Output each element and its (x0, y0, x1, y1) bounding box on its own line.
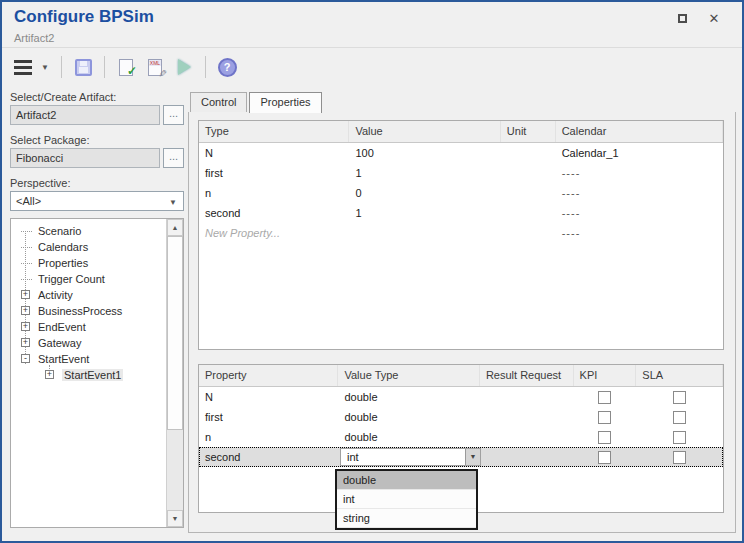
title-separator (2, 47, 742, 48)
value-type-editor[interactable]: int ▼ (340, 448, 481, 466)
validate-button[interactable]: ✓ (115, 56, 137, 78)
tree-item-trigger-count[interactable]: Trigger Count (11, 271, 166, 287)
expand-plus-icon[interactable]: + (21, 306, 30, 315)
perspective-select[interactable]: <All> ▼ (10, 191, 184, 211)
xml-edit-button[interactable]: XML✎ (144, 56, 166, 78)
artifact-browse-button[interactable]: ... (163, 105, 184, 125)
tree-scrollbar[interactable]: ▲ ▼ (166, 219, 183, 527)
sla-checkbox[interactable] (673, 391, 686, 404)
package-label: Select Package: (10, 134, 90, 146)
tab-properties[interactable]: Properties (249, 92, 321, 113)
editing-row-second[interactable]: second int ▼ (199, 447, 723, 467)
col-unit[interactable]: Unit (501, 121, 556, 142)
tree-item-scenario[interactable]: Scenario (11, 223, 166, 239)
artifact-label: Select/Create Artifact: (10, 91, 116, 103)
table-row[interactable]: n 0 ---- (199, 183, 723, 203)
run-button[interactable] (173, 56, 195, 78)
validate-document-icon: ✓ (119, 59, 133, 76)
col-calendar[interactable]: Calendar (556, 121, 723, 142)
table-row[interactable]: first double (199, 407, 723, 427)
bpsim-tree: Scenario Calendars Properties Trigger Co… (10, 218, 184, 528)
perspective-value: <All> (16, 195, 41, 207)
col-result-request[interactable]: Result Request (480, 365, 574, 386)
maximize-icon (678, 14, 687, 23)
sla-checkbox[interactable] (673, 411, 686, 424)
toolbar: ▼ ✓ XML✎ ? (12, 54, 238, 80)
col-sla[interactable]: SLA (636, 365, 723, 386)
expand-plus-icon[interactable]: + (21, 290, 30, 299)
parameters-table: Type Value Unit Calendar N 100 Calendar_… (198, 120, 724, 350)
table-row[interactable]: N double (199, 387, 723, 407)
menu-icon (14, 60, 32, 75)
tab-strip: Control Properties (188, 92, 736, 113)
save-button[interactable] (72, 56, 94, 78)
tree-item-startevent[interactable]: -StartEvent (11, 351, 166, 367)
menu-button[interactable] (12, 56, 34, 78)
kpi-checkbox[interactable] (598, 391, 611, 404)
kpi-checkbox[interactable] (598, 451, 611, 464)
artifact-field[interactable]: Artifact2 (10, 105, 160, 125)
tree-item-properties[interactable]: Properties (11, 255, 166, 271)
dropdown-option-int[interactable]: int (337, 490, 476, 509)
xml-edit-icon: XML✎ (148, 59, 162, 76)
sla-checkbox[interactable] (673, 431, 686, 444)
dialog-subtitle: Artifact2 (14, 32, 54, 44)
run-icon (178, 59, 191, 75)
toolbar-separator (61, 56, 62, 78)
help-button[interactable]: ? (216, 56, 238, 78)
tree-item-endevent[interactable]: +EndEvent (11, 319, 166, 335)
save-icon (75, 59, 92, 76)
col-property[interactable]: Property (199, 365, 338, 386)
col-type[interactable]: Type (199, 121, 349, 142)
property-table-header: Property Value Type Result Request KPI S… (199, 365, 723, 387)
col-kpi[interactable]: KPI (574, 365, 637, 386)
sla-checkbox[interactable] (673, 451, 686, 464)
perspective-label: Perspective: (10, 177, 71, 189)
tree-item-activity[interactable]: +Activity (11, 287, 166, 303)
tree-item-businessprocess[interactable]: +BusinessProcess (11, 303, 166, 319)
table-row[interactable]: N 100 Calendar_1 (199, 143, 723, 163)
chevron-down-icon: ▼ (169, 198, 177, 207)
scrollbar-thumb[interactable] (167, 236, 183, 430)
tree-item-gateway[interactable]: +Gateway (11, 335, 166, 351)
tree-item-calendars[interactable]: Calendars (11, 239, 166, 255)
close-icon: ✕ (709, 11, 720, 26)
dropdown-option-string[interactable]: string (337, 509, 476, 528)
expand-plus-icon[interactable]: + (21, 322, 30, 331)
col-value[interactable]: Value (349, 121, 500, 142)
collapse-minus-icon[interactable]: - (21, 354, 30, 363)
col-value-type[interactable]: Value Type (338, 365, 479, 386)
toolbar-separator (205, 56, 206, 78)
menu-caret-icon[interactable]: ▼ (41, 63, 51, 72)
configure-bpsim-dialog: Configure BPSim ✕ Artifact2 ▼ ✓ XML✎ ? S… (0, 0, 744, 543)
help-icon: ? (218, 58, 237, 77)
close-button[interactable]: ✕ (706, 10, 722, 26)
kpi-checkbox[interactable] (598, 411, 611, 424)
package-browse-button[interactable]: ... (163, 148, 184, 168)
expand-plus-icon[interactable]: + (45, 370, 54, 379)
kpi-checkbox[interactable] (598, 431, 611, 444)
tab-control[interactable]: Control (190, 92, 247, 112)
new-property-row[interactable]: New Property... ---- (199, 223, 723, 243)
table-row[interactable]: n double (199, 427, 723, 447)
selected-tree-label: StartEvent1 (62, 369, 123, 381)
parameters-table-header: Type Value Unit Calendar (199, 121, 723, 143)
package-field[interactable]: Fibonacci (10, 148, 160, 168)
scroll-down-icon[interactable]: ▼ (167, 510, 183, 527)
chevron-down-icon[interactable]: ▼ (465, 449, 480, 465)
table-row[interactable]: first 1 ---- (199, 163, 723, 183)
scroll-up-icon[interactable]: ▲ (167, 219, 183, 236)
tree-item-startevent1[interactable]: +StartEvent1 (11, 367, 166, 383)
maximize-button[interactable] (674, 10, 690, 26)
toolbar-separator (104, 56, 105, 78)
value-type-dropdown-list: double int string (335, 469, 478, 530)
table-row[interactable]: second 1 ---- (199, 203, 723, 223)
dialog-title: Configure BPSim (14, 7, 154, 27)
expand-plus-icon[interactable]: + (21, 338, 30, 347)
dropdown-option-double[interactable]: double (337, 471, 476, 490)
